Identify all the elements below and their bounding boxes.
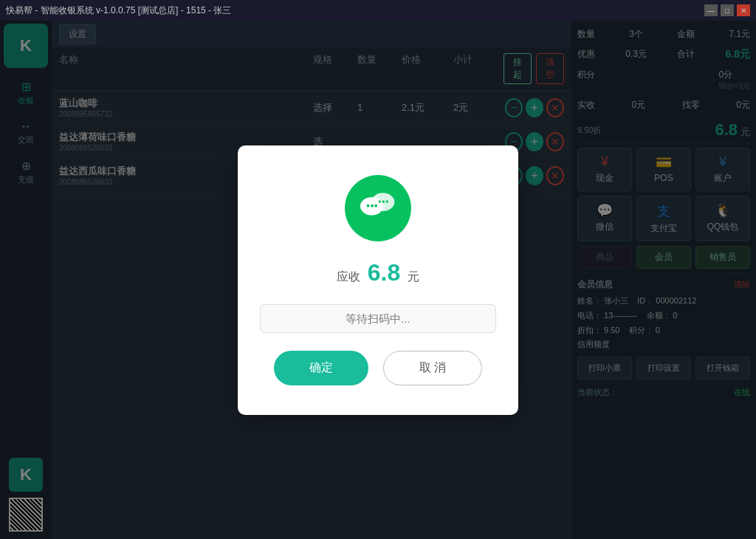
close-button[interactable]: ✕ — [737, 4, 750, 16]
modal-overlay: 应收 6.8 元 确定 取 消 — [0, 21, 756, 539]
confirm-button[interactable]: 确定 — [274, 351, 368, 385]
modal-buttons: 确定 取 消 — [260, 351, 496, 385]
maximize-button[interactable]: □ — [721, 4, 734, 16]
modal-amount-unit: 元 — [408, 270, 419, 285]
svg-point-7 — [386, 200, 388, 202]
svg-point-6 — [382, 200, 385, 202]
svg-point-4 — [374, 204, 377, 207]
modal-amount-row: 应收 6.8 元 — [337, 259, 419, 286]
svg-point-3 — [371, 204, 374, 207]
cancel-button[interactable]: 取 消 — [383, 351, 482, 385]
svg-point-5 — [379, 200, 381, 202]
title-bar: 快易帮 - 智能收银系统 v-1.0.0.75 [测试总店] - 1515 - … — [0, 0, 756, 21]
minimize-button[interactable]: — — [704, 4, 718, 16]
wechat-icon-circle — [345, 175, 411, 241]
modal-amount-label: 应收 — [337, 270, 360, 285]
scan-code-input[interactable] — [260, 304, 496, 333]
window-controls: — □ ✕ — [704, 4, 750, 16]
app-title: 快易帮 - 智能收银系统 v-1.0.0.75 [测试总店] - 1515 - … — [6, 4, 231, 17]
svg-point-2 — [367, 204, 370, 207]
modal-amount-value: 6.8 — [368, 259, 400, 286]
wechat-logo-svg — [357, 188, 399, 229]
wechat-payment-modal: 应收 6.8 元 确定 取 消 — [238, 145, 518, 415]
